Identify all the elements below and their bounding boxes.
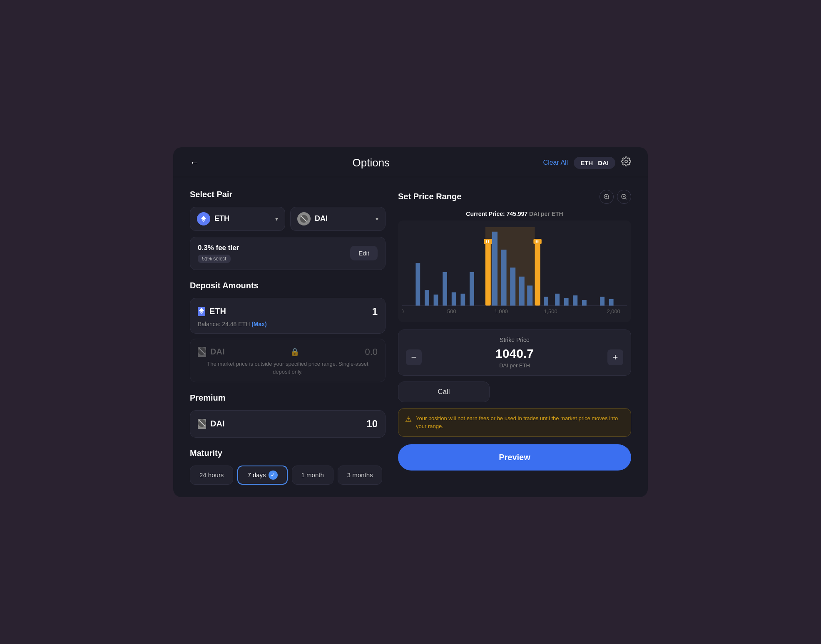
svg-rect-24 [460, 293, 465, 305]
maturity-7days[interactable]: 7 days ✓ [237, 466, 287, 485]
strike-increase-button[interactable]: + [607, 349, 623, 365]
fee-tier-box: 0.3% fee tier 51% select Edit [190, 237, 386, 270]
header: ← Options Clear All ETH DAI [173, 147, 648, 177]
set-price-title: Set Price Range [398, 192, 461, 201]
clear-all-button[interactable]: Clear All [543, 159, 568, 166]
maturity-check-icon: ✓ [269, 471, 278, 480]
header-right: Clear All ETH DAI [543, 156, 631, 169]
strike-value: 1040.7 [495, 347, 534, 361]
zoom-out-icon [621, 193, 627, 200]
svg-rect-41 [564, 298, 569, 305]
maturity-buttons: 24 hours 7 days ✓ 1 month 3 months [190, 466, 386, 485]
eth-deposit-token: ETH [198, 307, 226, 316]
strike-price-box: Strike Price − 1040.7 DAI per ETH + [398, 329, 631, 376]
premium-dai-logo [198, 419, 206, 427]
strike-unit: DAI per ETH [495, 362, 534, 369]
zoom-in-button[interactable] [600, 190, 614, 204]
current-price: Current Price: 745.997 DAI per ETH [398, 211, 631, 217]
left-panel: Select Pair ETH ▾ [190, 190, 398, 485]
svg-rect-42 [573, 295, 577, 306]
premium-title: Premium [190, 393, 386, 403]
chart-svg: 0 500 1,000 1,500 2,000 [402, 227, 627, 317]
svg-rect-35 [535, 240, 540, 306]
warning-box: ⚠ Your position will not earn fees or be… [398, 408, 631, 437]
zoom-controls [600, 190, 631, 204]
settings-button[interactable] [621, 156, 631, 169]
svg-point-0 [625, 160, 627, 163]
svg-rect-34 [527, 285, 532, 306]
maturity-3months[interactable]: 3 months [338, 466, 383, 485]
page-title: Options [352, 156, 390, 169]
maturity-24h[interactable]: 24 hours [190, 466, 233, 485]
eth-max-link[interactable]: (Max) [251, 321, 267, 327]
zoom-in-icon [603, 193, 610, 200]
svg-rect-23 [452, 292, 456, 305]
svg-rect-30 [492, 231, 498, 305]
premium-token: DAI [198, 419, 224, 429]
svg-line-12 [608, 198, 609, 199]
deposit-title: Deposit Amounts [190, 281, 386, 290]
fee-tier-info: 0.3% fee tier 51% select [198, 244, 239, 263]
token1-name: ETH [214, 214, 271, 223]
svg-rect-20 [425, 290, 429, 306]
svg-line-16 [625, 198, 627, 199]
zoom-out-button[interactable] [617, 190, 631, 204]
premium-dai-icon [198, 419, 206, 429]
back-button[interactable]: ← [190, 157, 199, 168]
svg-text:0: 0 [402, 308, 404, 315]
select-pair-title: Select Pair [190, 190, 386, 199]
gear-icon [621, 156, 631, 166]
premium-amount[interactable]: 10 [366, 418, 378, 430]
dai-deposit-token: DAI [198, 347, 224, 357]
svg-rect-28 [486, 240, 487, 243]
right-panel: Set Price Range [398, 190, 631, 485]
svg-rect-33 [519, 276, 525, 305]
strike-decrease-button[interactable]: − [406, 349, 422, 365]
strike-value-container: 1040.7 DAI per ETH [495, 347, 534, 369]
svg-rect-19 [415, 263, 420, 306]
eth-deposit-logo [198, 307, 205, 315]
lock-icon: 🔒 [290, 347, 299, 357]
maturity-1month[interactable]: 1 month [292, 466, 333, 485]
warning-icon: ⚠ [405, 415, 412, 424]
svg-text:2,000: 2,000 [607, 308, 620, 315]
svg-rect-21 [434, 295, 438, 306]
svg-marker-5 [199, 307, 204, 312]
current-price-unit: DAI per ETH [529, 211, 563, 217]
call-button[interactable]: Call [398, 381, 490, 402]
eth-deposit-icon [198, 307, 205, 316]
strike-row: − 1040.7 DAI per ETH + [406, 347, 623, 369]
price-chart: 0 500 1,000 1,500 2,000 [398, 220, 631, 322]
svg-rect-40 [555, 293, 560, 305]
token2-selector[interactable]: DAI ▾ [290, 207, 386, 231]
fee-tier-badge: 51% select [198, 255, 231, 263]
eth-deposit-amount[interactable]: 1 [372, 306, 378, 317]
edit-fee-button[interactable]: Edit [350, 246, 378, 260]
preview-button[interactable]: Preview [398, 444, 631, 471]
dai-locked-amount: 0.0 [365, 347, 378, 357]
token1-selector[interactable]: ETH ▾ [190, 207, 285, 231]
svg-rect-38 [537, 240, 538, 243]
main-content: Select Pair ETH ▾ [173, 177, 648, 497]
token-pair-pill: ETH DAI [574, 157, 615, 169]
premium-box: DAI 10 [190, 410, 386, 438]
svg-rect-39 [544, 297, 548, 306]
current-price-value: 745.997 [507, 211, 528, 217]
dai-logo [300, 215, 308, 223]
svg-text:500: 500 [447, 308, 456, 315]
svg-rect-32 [510, 268, 515, 306]
svg-marker-1 [201, 215, 206, 220]
premium-token-name: DAI [210, 419, 224, 429]
right-panel-header: Set Price Range [398, 190, 631, 204]
svg-text:1,500: 1,500 [544, 308, 557, 315]
dai-deposit-box-locked: DAI 🔒 0.0 The market price is outside yo… [190, 339, 386, 382]
svg-rect-22 [443, 272, 447, 306]
dai-deposit-icon [198, 347, 206, 357]
eth-deposit-box: ETH 1 Balance: 24.48 ETH (Max) [190, 298, 386, 334]
svg-rect-43 [582, 300, 587, 305]
eth-deposit-row: ETH 1 [198, 306, 378, 317]
svg-rect-44 [600, 297, 605, 306]
eth-balance: Balance: 24.48 ETH (Max) [198, 321, 378, 327]
svg-rect-37 [536, 240, 537, 243]
warning-text: Your position will not earn fees or be u… [416, 414, 624, 431]
